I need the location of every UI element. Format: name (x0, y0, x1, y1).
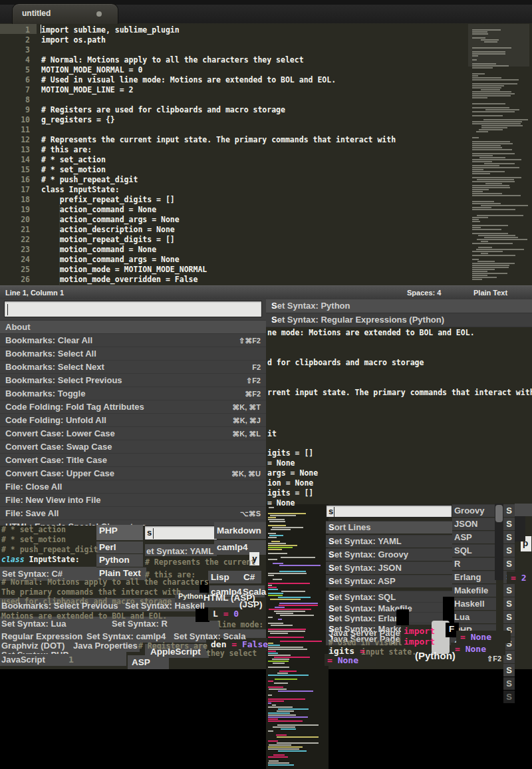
language-list-item[interactable]: Lua (452, 611, 496, 623)
glitch-fragment: # Represents the current (145, 557, 255, 567)
modified-dot-icon (96, 11, 102, 17)
minimap-line (281, 557, 315, 558)
code-line: motion_command_args = None (41, 255, 180, 265)
mini-palette-item[interactable]: Set Syntax: JSON (326, 561, 452, 574)
syntax-palette-item[interactable]: Set Syntax: Python (266, 299, 532, 313)
menu-search-input[interactable]: s (144, 526, 217, 540)
palette-item[interactable]: Bookmarks: Select All (0, 347, 266, 360)
minimap-line (472, 95, 511, 96)
minimap-line (269, 609, 311, 610)
minimap-viewport[interactable] (468, 24, 529, 67)
language-list-item[interactable]: Erlang (452, 571, 496, 583)
palette-item[interactable]: Convert Case: Lower Case⌘K, ⌘L (0, 426, 266, 440)
minimap-line (472, 263, 515, 264)
minimap-line (268, 583, 310, 584)
palette-item[interactable]: Bookmarks: Clear All⇧⌘F2 (0, 333, 266, 347)
minimap-line (481, 127, 507, 128)
menu-item[interactable]: Python (96, 554, 143, 567)
code-line: # Normal: Motions apply to all the chara… (41, 55, 304, 65)
minimap-line (268, 593, 283, 594)
mini-palette-item[interactable]: Set Syntax: YAML (326, 535, 452, 547)
minimap-line (281, 591, 306, 592)
palette-item[interactable]: Convert Case: Title Case (0, 453, 266, 466)
minimap-line (472, 161, 492, 162)
menu-item[interactable]: Perl (96, 541, 143, 553)
palette-item[interactable]: Code Folding: Fold Tag Attributes⌘K, ⌘T (0, 400, 266, 413)
minimap-line (278, 619, 283, 620)
glitch-fragment: ⇧F2 (487, 655, 501, 663)
language-list-item[interactable]: ASP (452, 531, 496, 543)
minimap-line (273, 754, 285, 756)
mini-palette-item[interactable]: Set Syntax: ASP (326, 575, 452, 587)
minimap-line (472, 165, 499, 166)
glitch-fragment: Java Server Page (329, 628, 400, 638)
status-indent-setting[interactable]: Spaces: 4 (407, 289, 441, 297)
language-list-item[interactable]: R (452, 557, 496, 570)
glitch-fragment: Set Syntax: PHP (1, 650, 68, 654)
palette-item[interactable]: Code Folding: Unfold All⌘K, ⌘J (0, 413, 266, 426)
minimap-line (268, 547, 293, 548)
mini-palette-item[interactable]: Set Syntax: Groovy (326, 548, 452, 561)
palette-item[interactable]: Bookmarks: Toggle⌘F2 (0, 386, 266, 400)
language-list-item[interactable]: SQL (452, 544, 496, 557)
palette-item[interactable]: Bookmarks: Select NextF2 (0, 360, 266, 373)
minimap-line (472, 85, 504, 86)
glitch-fragment: Set Syntax: R (112, 619, 168, 629)
palette-item-label: Convert Case: Title Case (5, 455, 107, 465)
tab-untitled[interactable]: untitled (12, 3, 118, 24)
minimap-line (279, 571, 306, 572)
menu-item-label: PHP (99, 526, 118, 536)
palette-item[interactable]: File: Save All⌥⌘S (0, 506, 266, 520)
fragment-part: = (455, 644, 466, 654)
palette-item[interactable]: File: New View into File (0, 493, 266, 506)
command-palette-input[interactable] (4, 301, 262, 317)
status-syntax-setting[interactable]: Plain Text (473, 289, 507, 297)
minimap-line (268, 645, 280, 646)
mini-palette-input[interactable]: s (326, 505, 452, 518)
minimap-line (472, 147, 502, 148)
menu-item-label: Perl (99, 542, 116, 552)
line-number: 3 (0, 45, 30, 55)
minimap-line (274, 657, 310, 658)
minimap-line (472, 145, 501, 146)
minimap-line (481, 241, 488, 242)
syntax-palette-item[interactable]: Set Syntax: Regular Expressions (Python) (266, 313, 532, 327)
language-list-item-label: JSON (454, 519, 477, 529)
palette-item[interactable]: Bookmarks: Select Previous⇧F2 (0, 373, 266, 386)
mini-palette-query: s (329, 506, 333, 516)
minimap-line (472, 91, 511, 92)
code-line: motion_mode_overridden = False (41, 275, 198, 285)
glitch-fragment: Set Syntax: camlp4 (86, 631, 166, 641)
glitch-fragment: Markdown (217, 526, 261, 536)
minimap-line (276, 734, 287, 736)
line-number: 6 (0, 75, 30, 85)
minimap-line (279, 671, 297, 672)
palette-item[interactable]: Convert Case: Swap Case (0, 440, 266, 453)
glitch-fragment: # * set_motion (1, 535, 66, 545)
minimap-line (484, 163, 515, 164)
palette-item[interactable]: Convert Case: Upper Case⌘K, ⌘U (0, 466, 266, 480)
glitch-fragment: JavaScript (1, 655, 45, 665)
language-list-item-label: SQL (454, 545, 472, 555)
language-list-item-label: Erlang (454, 572, 481, 582)
minimap-line (268, 525, 286, 526)
palette-item[interactable]: File: Close All (0, 480, 266, 493)
language-list-item[interactable]: JSON (452, 518, 496, 530)
language-list-item[interactable]: Groovy (452, 504, 496, 517)
minimap-line (277, 673, 288, 674)
minimap-line (268, 585, 272, 586)
language-list-item-label: R (454, 559, 460, 569)
minimap-line (472, 55, 478, 57)
language-list-item[interactable]: Haskell (452, 597, 496, 610)
line-number: 22 (0, 235, 30, 245)
fragment-part: None (466, 644, 486, 654)
minimap-line (268, 573, 307, 574)
code-line: action_description = None (41, 225, 175, 235)
mini-palette-item[interactable]: Sort Lines (326, 521, 452, 534)
glitch-fragment: The primary commands that interact with (1, 587, 181, 597)
palette-item[interactable]: About (0, 320, 266, 333)
language-list-item[interactable]: Makefile (452, 584, 496, 597)
menu-item[interactable]: PHP (96, 525, 143, 540)
glitch-fragment: Set Syntax: C# (2, 569, 63, 579)
minimap-line (472, 115, 503, 116)
